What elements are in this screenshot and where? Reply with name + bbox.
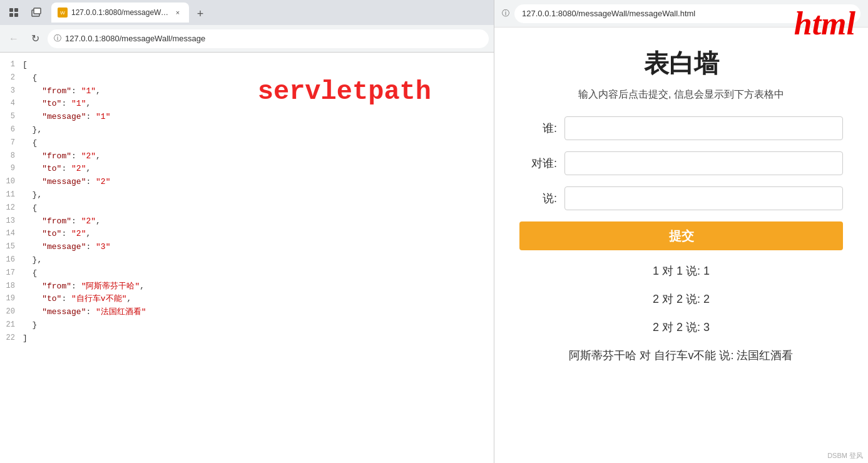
json-line-16: 16 }, [0, 254, 494, 267]
json-line-4: 4 "to": "1", [0, 98, 494, 111]
json-line-14: 14 "to": "2", [0, 228, 494, 241]
left-browser-panel: W 127.0.0.1:8080/messageWall/mes × + ← ↻… [0, 0, 494, 463]
extensions-icon[interactable] [5, 4, 23, 21]
message-entry-3: 2 对 2 说: 3 [519, 319, 843, 336]
json-line-21: 21 } [0, 319, 494, 332]
say-input[interactable] [564, 186, 843, 210]
json-line-13: 13 "from": "2", [0, 215, 494, 228]
page-content: 表白墙 输入内容后点击提交, 信息会显示到下方表格中 谁: 对谁: 说: 提交 … [494, 28, 868, 463]
json-line-20: 20 "message": "法国红酒看" [0, 306, 494, 319]
who-row: 谁: [519, 116, 843, 140]
refresh-button[interactable]: ↻ [26, 30, 44, 48]
back-button[interactable]: ← [5, 30, 23, 48]
json-line-11: 11 }, [0, 189, 494, 202]
to-row: 对谁: [519, 151, 843, 175]
html-watermark: html [794, 5, 855, 42]
new-tab-button[interactable]: + [191, 5, 209, 23]
address-container[interactable]: ⓘ 127.0.0.1:8080/messageWall/message [48, 29, 489, 48]
json-line-6: 6 }, [0, 124, 494, 137]
svg-rect-0 [9, 8, 13, 12]
address-url: 127.0.0.1:8080/messageWall/message [65, 34, 205, 43]
json-line-3: 3 "from": "1", [0, 85, 494, 98]
say-row: 说: [519, 186, 843, 210]
html-url: 127.0.0.1:8080/messageWall/messageWall.h… [522, 9, 695, 18]
message-entry-2: 2 对 2 说: 2 [519, 291, 843, 308]
json-line-1: 1 [ [0, 59, 494, 72]
to-label: 对谁: [519, 156, 557, 171]
json-line-17: 17 { [0, 267, 494, 280]
json-line-18: 18 "from": "阿斯蒂芬干哈", [0, 280, 494, 293]
footer-watermark: DSBM 登风 [827, 451, 863, 460]
page-title: 表白墙 [644, 46, 719, 81]
json-line-19: 19 "to": "自行车v不能", [0, 293, 494, 306]
svg-rect-5 [34, 8, 41, 14]
json-line-9: 9 "to": "2", [0, 163, 494, 176]
json-line-2: 2 { [0, 72, 494, 85]
svg-rect-2 [9, 13, 13, 17]
active-tab[interactable]: W 127.0.0.1:8080/messageWall/mes × [51, 3, 189, 23]
new-window-icon[interactable] [28, 4, 45, 21]
tab-close-button[interactable]: × [173, 8, 183, 18]
right-panel-wrapper: ⓘ 127.0.0.1:8080/messageWall/messageWall… [494, 0, 868, 463]
html-lock-icon: ⓘ [502, 8, 509, 19]
messages-area: 1 对 1 说: 1 2 对 2 说: 2 2 对 2 说: 3 阿斯蒂芬干哈 … [519, 263, 843, 375]
json-line-8: 8 "from": "2", [0, 150, 494, 163]
json-content-area: servletpath 1 [ 2 { 3 "from": "1", 4 "to… [0, 53, 494, 463]
message-entry-4: 阿斯蒂芬干哈 对 自行车v不能 说: 法国红酒看 [519, 347, 843, 364]
to-input[interactable] [564, 151, 843, 175]
lock-icon: ⓘ [54, 33, 61, 44]
tab-title: 127.0.0.1:8080/messageWall/mes [71, 8, 169, 17]
say-label: 说: [519, 191, 557, 206]
json-line-12: 12 { [0, 202, 494, 215]
chrome-top-bar: W 127.0.0.1:8080/messageWall/mes × + [0, 0, 494, 25]
json-line-5: 5 "message": "1" [0, 111, 494, 124]
svg-rect-1 [14, 8, 18, 12]
address-bar-row: ← ↻ ⓘ 127.0.0.1:8080/messageWall/message [0, 25, 494, 53]
tab-favicon: W [58, 8, 68, 18]
page-subtitle: 输入内容后点击提交, 信息会显示到下方表格中 [578, 88, 784, 101]
json-line-15: 15 "message": "3" [0, 241, 494, 254]
json-line-22: 22 ] [0, 332, 494, 345]
svg-rect-3 [14, 13, 18, 17]
json-line-7: 7 { [0, 137, 494, 150]
message-entry-1: 1 对 1 说: 1 [519, 263, 843, 280]
tab-bar: W 127.0.0.1:8080/messageWall/mes × + [51, 3, 489, 23]
submit-button[interactable]: 提交 [519, 221, 843, 250]
message-form: 谁: 对谁: 说: 提交 [519, 116, 843, 263]
json-line-10: 10 "message": "2" [0, 176, 494, 189]
who-label: 谁: [519, 121, 557, 136]
who-input[interactable] [564, 116, 843, 140]
chrome-window-controls [5, 4, 45, 21]
